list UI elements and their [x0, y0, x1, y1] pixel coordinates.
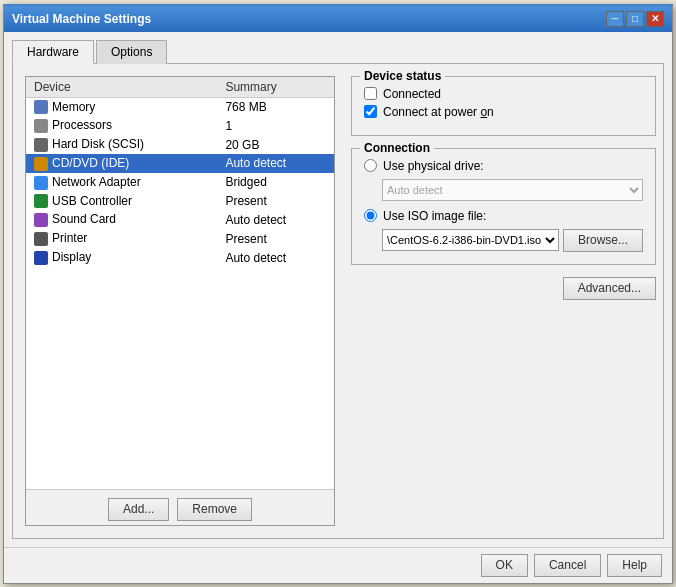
add-button[interactable]: Add...: [108, 498, 169, 521]
tab-content: Device Summary Memory768 MBProcessors1Ha…: [12, 63, 664, 539]
device-cell: USB Controller: [26, 192, 217, 211]
device-cell: Sound Card: [26, 210, 217, 229]
table-row[interactable]: Processors1: [26, 116, 334, 135]
maximize-button[interactable]: □: [626, 11, 644, 27]
connected-checkbox[interactable]: [364, 87, 377, 100]
table-row[interactable]: PrinterPresent: [26, 229, 334, 248]
title-bar-buttons: ─ □ ✕: [606, 11, 664, 27]
connected-label: Connected: [383, 87, 441, 101]
hard-disk--scsi--icon: [34, 138, 48, 152]
ok-button[interactable]: OK: [481, 554, 528, 577]
table-row[interactable]: Sound CardAuto detect: [26, 210, 334, 229]
iso-row: Use ISO image file:: [364, 209, 643, 223]
summary-cell: Bridged: [217, 173, 334, 192]
physical-drive-row: Use physical drive:: [364, 159, 643, 173]
connection-title: Connection: [360, 141, 434, 155]
summary-cell: Auto detect: [217, 248, 334, 267]
connected-row: Connected: [364, 87, 643, 101]
physical-drive-radio[interactable]: [364, 159, 377, 172]
physical-drive-select[interactable]: Auto detect: [382, 179, 643, 201]
help-button[interactable]: Help: [607, 554, 662, 577]
summary-cell: Present: [217, 229, 334, 248]
advanced-button[interactable]: Advanced...: [563, 277, 656, 300]
table-row[interactable]: Memory768 MB: [26, 97, 334, 116]
device-status-section: Device status Connected Connect at power…: [351, 76, 656, 136]
left-panel: Device Summary Memory768 MBProcessors1Ha…: [25, 76, 335, 526]
remove-button[interactable]: Remove: [177, 498, 252, 521]
device-table: Device Summary Memory768 MBProcessors1Ha…: [26, 77, 334, 489]
right-panel: Device status Connected Connect at power…: [335, 76, 656, 526]
iso-file-select[interactable]: \CentOS-6.2-i386-bin-DVD1.iso: [382, 229, 559, 251]
printer-icon: [34, 232, 48, 246]
summary-cell: 768 MB: [217, 97, 334, 116]
power-row: Connect at power on: [364, 105, 643, 119]
summary-cell: Auto detect: [217, 154, 334, 173]
display-icon: [34, 251, 48, 265]
col-device: Device: [26, 77, 217, 98]
window-title: Virtual Machine Settings: [12, 12, 151, 26]
close-button[interactable]: ✕: [646, 11, 664, 27]
device-cell: Printer: [26, 229, 217, 248]
device-cell: Network Adapter: [26, 173, 217, 192]
main-window: Virtual Machine Settings ─ □ ✕ Hardware …: [3, 4, 673, 584]
table-row[interactable]: USB ControllerPresent: [26, 192, 334, 211]
advanced-btn-row: Advanced...: [351, 277, 656, 300]
window-content: Hardware Options Device Summary: [4, 32, 672, 547]
device-cell: Processors: [26, 116, 217, 135]
memory-icon: [34, 100, 48, 114]
footer: OK Cancel Help: [4, 547, 672, 583]
summary-cell: 1: [217, 116, 334, 135]
power-label: Connect at power on: [383, 105, 494, 119]
minimize-button[interactable]: ─: [606, 11, 624, 27]
cd-dvd--ide--icon: [34, 157, 48, 171]
summary-cell: Present: [217, 192, 334, 211]
summary-cell: 20 GB: [217, 135, 334, 154]
table-row[interactable]: CD/DVD (IDE)Auto detect: [26, 154, 334, 173]
browse-button[interactable]: Browse...: [563, 229, 643, 252]
network-adapter-icon: [34, 176, 48, 190]
summary-cell: Auto detect: [217, 210, 334, 229]
table-row[interactable]: Network AdapterBridged: [26, 173, 334, 192]
processors-icon: [34, 119, 48, 133]
tab-bar: Hardware Options: [12, 40, 664, 64]
auto-detect-row: Auto detect: [382, 179, 643, 201]
sound-card-icon: [34, 213, 48, 227]
table-row[interactable]: DisplayAuto detect: [26, 248, 334, 267]
iso-radio[interactable]: [364, 209, 377, 222]
tab-options[interactable]: Options: [96, 40, 167, 64]
tab-hardware[interactable]: Hardware: [12, 40, 94, 64]
usb-controller-icon: [34, 194, 48, 208]
col-summary: Summary: [217, 77, 334, 98]
table-row[interactable]: Hard Disk (SCSI)20 GB: [26, 135, 334, 154]
physical-drive-label: Use physical drive:: [383, 159, 484, 173]
device-cell: CD/DVD (IDE): [26, 154, 217, 173]
device-cell: Memory: [26, 97, 217, 116]
cancel-button[interactable]: Cancel: [534, 554, 601, 577]
device-cell: Display: [26, 248, 217, 267]
device-cell: Hard Disk (SCSI): [26, 135, 217, 154]
title-bar: Virtual Machine Settings ─ □ ✕: [4, 6, 672, 32]
connection-section: Connection Use physical drive: Auto dete…: [351, 148, 656, 265]
bottom-buttons: Add... Remove: [26, 489, 334, 525]
iso-label: Use ISO image file:: [383, 209, 486, 223]
iso-file-row: \CentOS-6.2-i386-bin-DVD1.iso Browse...: [382, 229, 643, 252]
device-status-title: Device status: [360, 69, 445, 83]
power-checkbox[interactable]: [364, 105, 377, 118]
